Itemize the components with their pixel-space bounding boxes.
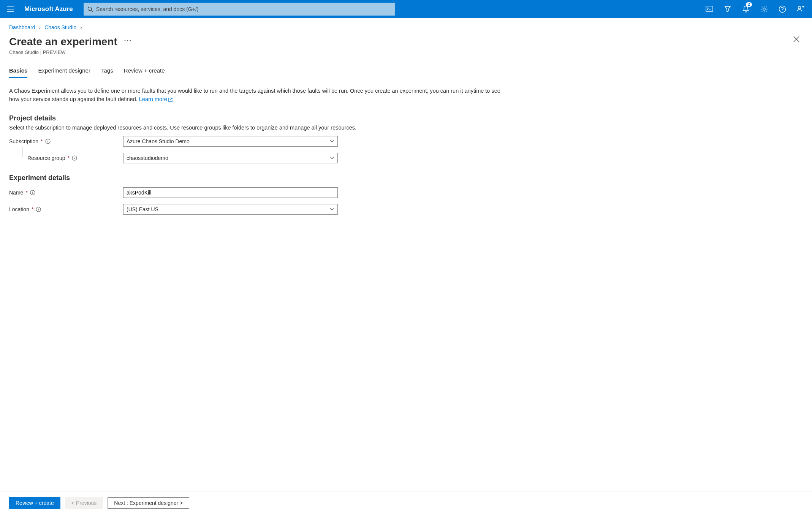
search-input[interactable] [96, 6, 391, 12]
subscription-value: Azure Chaos Studio Demo [127, 138, 190, 144]
info-icon[interactable] [30, 190, 35, 195]
notification-badge: 2 [746, 2, 752, 7]
external-link-icon [168, 97, 173, 102]
learn-more-link[interactable]: Learn more [139, 96, 167, 102]
brand-label[interactable]: Microsoft Azure [24, 5, 73, 13]
chevron-down-icon [330, 140, 334, 143]
tab-basics[interactable]: Basics [9, 67, 27, 78]
chevron-right-icon: › [39, 24, 41, 30]
svg-rect-2 [706, 6, 713, 11]
tab-experiment-designer[interactable]: Experiment designer [38, 67, 90, 78]
global-search[interactable] [84, 3, 395, 16]
top-navbar: Microsoft Azure 2 [0, 0, 812, 18]
name-input-wrapper [123, 187, 338, 198]
directory-filter-icon[interactable] [719, 1, 736, 17]
page-title: Create an experiment [9, 36, 117, 48]
resource-group-label: Resource group * [27, 155, 123, 161]
chevron-right-icon: › [80, 24, 82, 30]
svg-point-7 [127, 40, 128, 41]
required-indicator: * [32, 206, 33, 212]
chevron-down-icon [330, 208, 334, 211]
tree-connector [22, 147, 27, 157]
settings-gear-icon[interactable] [756, 1, 772, 17]
info-icon[interactable] [36, 207, 41, 212]
subscription-dropdown[interactable]: Azure Chaos Studio Demo [123, 136, 338, 147]
required-indicator: * [25, 190, 27, 196]
name-input[interactable] [127, 190, 334, 196]
cloud-shell-icon[interactable] [701, 1, 718, 17]
resource-group-dropdown[interactable]: chaosstudiodemo [123, 153, 338, 163]
hamburger-menu-icon[interactable] [3, 2, 18, 17]
svg-point-0 [88, 7, 91, 10]
breadcrumb-dashboard[interactable]: Dashboard [9, 24, 35, 30]
location-label: Location * [9, 206, 123, 212]
info-icon[interactable] [72, 155, 77, 161]
resource-group-value: chaosstudiodemo [127, 155, 168, 161]
svg-line-1 [91, 10, 93, 11]
info-icon[interactable] [45, 139, 51, 144]
more-actions-icon[interactable] [124, 40, 131, 42]
breadcrumb-chaos-studio[interactable]: Chaos Studio [44, 24, 76, 30]
search-icon [87, 6, 93, 12]
required-indicator: * [41, 138, 43, 144]
chevron-down-icon [330, 157, 334, 160]
page-subtitle: Chaos Studio | PREVIEW [9, 49, 117, 55]
project-details-sub: Select the subscription to manage deploy… [9, 125, 511, 131]
subscription-label: Subscription * [9, 138, 123, 144]
experiment-details-heading: Experiment details [9, 174, 511, 182]
tab-review-create[interactable]: Review + create [124, 67, 165, 78]
help-icon[interactable] [774, 1, 791, 17]
tab-tags[interactable]: Tags [101, 67, 113, 78]
notifications-icon[interactable]: 2 [738, 1, 754, 17]
name-label: Name * [9, 190, 123, 196]
svg-point-6 [124, 40, 125, 41]
location-dropdown[interactable]: (US) East US [123, 204, 338, 215]
svg-point-8 [130, 40, 131, 41]
project-details-heading: Project details [9, 114, 511, 122]
required-indicator: * [68, 155, 70, 161]
tabs: Basics Experiment designer Tags Review +… [9, 67, 803, 78]
svg-point-5 [798, 6, 801, 9]
svg-point-3 [763, 8, 765, 10]
basics-description: A Chaos Experiment allows you to define … [9, 87, 511, 104]
breadcrumb: Dashboard › Chaos Studio › [9, 24, 803, 30]
location-value: (US) East US [127, 206, 158, 212]
close-icon[interactable] [793, 36, 800, 43]
feedback-icon[interactable] [792, 1, 809, 17]
